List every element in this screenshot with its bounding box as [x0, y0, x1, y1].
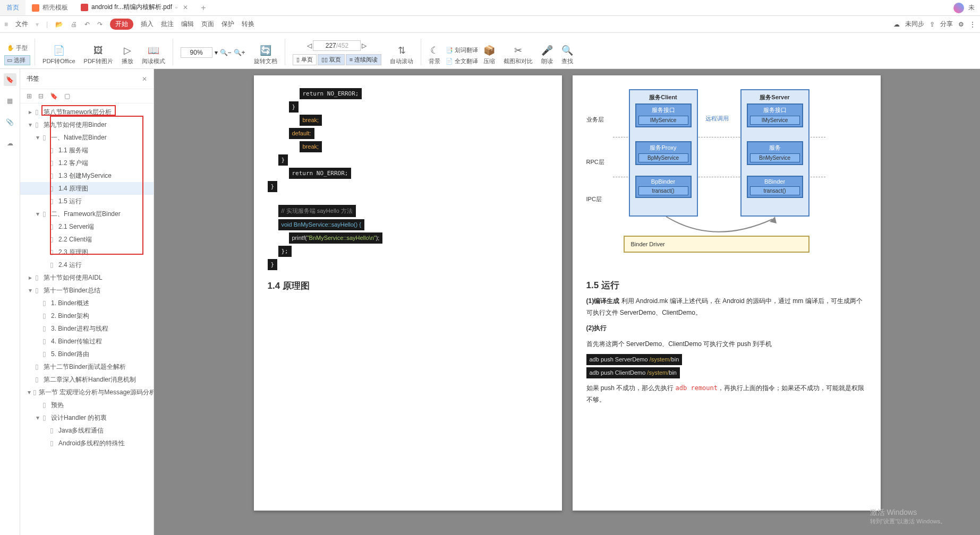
- bookmark-item[interactable]: ▯3. Binder进程与线程: [20, 322, 154, 335]
- tool-full-translate[interactable]: 📄 全文翻译: [446, 57, 478, 65]
- chevron-icon[interactable]: ▾: [28, 286, 33, 295]
- bookmark-item[interactable]: ▯2.4 运行: [20, 258, 154, 271]
- chevron-icon[interactable]: ▾: [35, 133, 40, 142]
- menu-edit[interactable]: 编辑: [181, 20, 194, 29]
- tool-pdf2office[interactable]: 📄PDF转Office: [39, 45, 79, 65]
- settings-icon[interactable]: ⚙: [958, 21, 964, 28]
- bookmark-item[interactable]: ▯第二章深入解析Handler消息机制: [20, 373, 154, 386]
- zoom-input[interactable]: 90%: [181, 47, 212, 58]
- tool-hand[interactable]: ✋ 手型: [4, 42, 30, 54]
- bm-collapse-icon[interactable]: ⊟: [38, 92, 44, 100]
- document-viewport[interactable]: return NO_ERROR; } break; default: break…: [154, 69, 980, 535]
- bookmark-icon: ▯: [42, 349, 49, 359]
- tool-crop[interactable]: ✂截图和对比: [500, 45, 536, 65]
- tab-home[interactable]: 首页: [0, 0, 25, 15]
- bookmark-item[interactable]: ▾▯第十一节Binder总结: [20, 284, 154, 297]
- bookmark-item[interactable]: ▯1.1 服务端: [20, 144, 154, 157]
- tool-pdf2img[interactable]: 🖼PDF转图片: [81, 45, 116, 65]
- bm-other-icon[interactable]: ▢: [64, 92, 70, 100]
- bm-expand-icon[interactable]: ⊞: [27, 92, 32, 100]
- tool-word-translate[interactable]: 📑 划词翻译: [446, 46, 478, 54]
- bookmark-item[interactable]: ▯Android多线程的特殊性: [20, 437, 154, 450]
- redo-icon[interactable]: ↷: [97, 21, 103, 28]
- bookmark-item[interactable]: ▯第十二节Binder面试题全解析: [20, 360, 154, 373]
- chevron-icon[interactable]: ▾: [35, 413, 40, 422]
- bookmark-tree[interactable]: ▸▯第八节framework层分析▾▯第九节如何使用Binder▾▯一、Nati…: [20, 103, 154, 535]
- zoom-in-icon[interactable]: 🔍+: [234, 49, 245, 56]
- bookmark-item[interactable]: ▯1. Binder概述: [20, 297, 154, 309]
- zoom-dropdown-icon[interactable]: ▾: [215, 49, 218, 56]
- bookmark-item[interactable]: ▯2.3 原理图: [20, 246, 154, 258]
- code-comment: // 实现服务端 sayHello 方法: [282, 208, 353, 214]
- menu-convert[interactable]: 转换: [242, 20, 254, 29]
- menu-insert[interactable]: 插入: [141, 20, 154, 29]
- dia-client-title: 服务Client: [633, 93, 694, 101]
- bookmark-item[interactable]: ▯2.1 Server端: [20, 220, 154, 233]
- open-icon[interactable]: 📂: [55, 21, 63, 28]
- tool-play[interactable]: ▷播放: [118, 45, 137, 65]
- tool-select[interactable]: ▭ 选择: [4, 55, 30, 65]
- rail-bookmark-icon[interactable]: 🔖: [4, 73, 16, 86]
- tool-double-page[interactable]: ▯▯ 双页: [318, 54, 345, 65]
- menu-file[interactable]: 文件: [15, 20, 28, 29]
- page-prev-icon[interactable]: ◁: [307, 42, 312, 49]
- bookmark-item[interactable]: ▯1.4 原理图: [20, 182, 154, 195]
- menu-annot[interactable]: 批注: [161, 20, 174, 29]
- bookmark-item[interactable]: ▯预热: [20, 399, 154, 411]
- tab-active-doc[interactable]: android fr...精编内核解析.pdf ▫ ✕: [74, 0, 194, 15]
- bookmark-label: 1.1 服务端: [58, 145, 88, 155]
- chevron-icon[interactable]: ▸: [28, 273, 33, 282]
- close-icon[interactable]: ✕: [183, 4, 188, 11]
- bookmark-item[interactable]: ▸▯第八节framework层分析: [20, 106, 154, 118]
- bm-add-icon[interactable]: 🔖: [50, 92, 58, 100]
- bookmark-item[interactable]: ▯2. Binder架构: [20, 309, 154, 322]
- bookmark-item[interactable]: ▾▯第一节 宏观理论分析与Message源码分析: [20, 386, 154, 399]
- zoom-out-icon[interactable]: 🔍−: [220, 49, 232, 56]
- tool-continuous[interactable]: ≡ 连续阅读: [346, 54, 381, 65]
- bookmark-item[interactable]: ▾▯一、Native层Binder: [20, 131, 154, 144]
- tool-read[interactable]: 🎤朗读: [538, 45, 556, 65]
- menu-page[interactable]: 页面: [201, 20, 214, 29]
- bookmark-item[interactable]: ▸▯第十节如何使用AIDL: [20, 271, 154, 284]
- bookmark-item[interactable]: ▾▯第九节如何使用Binder: [20, 118, 154, 131]
- tab-pin-icon[interactable]: ▫: [175, 4, 177, 11]
- bookmark-item[interactable]: ▾▯设计Handler 的初衷: [20, 411, 154, 424]
- chevron-icon[interactable]: ▾: [35, 209, 40, 219]
- tool-readmode[interactable]: 📖阅读模式: [139, 45, 168, 65]
- bookmark-item[interactable]: ▯1.3 创建MyService: [20, 169, 154, 182]
- bookmark-item[interactable]: ▾▯二、Framework层Binder: [20, 208, 154, 220]
- sidebar-close-icon[interactable]: ✕: [142, 75, 147, 83]
- bookmark-item[interactable]: ▯5. Binder路由: [20, 348, 154, 360]
- print-icon[interactable]: 🖨: [71, 21, 77, 28]
- rail-cloud-icon[interactable]: ☁: [4, 137, 16, 150]
- more-icon[interactable]: ⋮: [969, 21, 976, 28]
- rail-attachment-icon[interactable]: 📎: [4, 116, 16, 128]
- menu-protect[interactable]: 保护: [221, 20, 234, 29]
- tool-compress[interactable]: 📦压缩: [480, 45, 498, 65]
- bookmark-label: Java多线程通信: [58, 426, 104, 435]
- rail-thumbnails-icon[interactable]: ▦: [4, 94, 16, 107]
- chevron-icon[interactable]: ▾: [28, 120, 33, 130]
- bookmark-item[interactable]: ▯1.2 客户端: [20, 157, 154, 169]
- tool-autoscroll[interactable]: ⇅自动滚动: [387, 45, 416, 65]
- tool-single-page[interactable]: ▯ 单页: [293, 54, 317, 65]
- share-icon[interactable]: ⇪: [930, 21, 935, 28]
- bookmark-item[interactable]: ▯1.5 运行: [20, 195, 154, 208]
- menu-start[interactable]: 开始: [110, 19, 133, 30]
- chevron-icon[interactable]: ▸: [28, 107, 33, 117]
- bookmark-item[interactable]: ▯4. Binder传输过程: [20, 335, 154, 348]
- tool-bg[interactable]: ☾背景: [425, 45, 444, 65]
- tab-docer[interactable]: 稻壳模板: [25, 0, 74, 15]
- bookmark-item[interactable]: ▯Java多线程通信: [20, 424, 154, 437]
- bookmark-item[interactable]: ▯2.2 Client端: [20, 233, 154, 246]
- hamburger-icon[interactable]: ≡: [4, 21, 8, 28]
- tool-find[interactable]: 🔍查找: [558, 45, 576, 65]
- tool-rotate[interactable]: 🔄旋转文档: [251, 45, 280, 65]
- chevron-icon[interactable]: ▾: [28, 387, 31, 397]
- undo-icon[interactable]: ↶: [84, 21, 90, 28]
- new-tab-button[interactable]: +: [194, 3, 212, 13]
- page-next-icon[interactable]: ▷: [362, 42, 367, 49]
- page-input[interactable]: 227/452: [313, 40, 361, 51]
- cloud-icon[interactable]: ☁: [893, 21, 900, 28]
- avatar[interactable]: [953, 3, 964, 13]
